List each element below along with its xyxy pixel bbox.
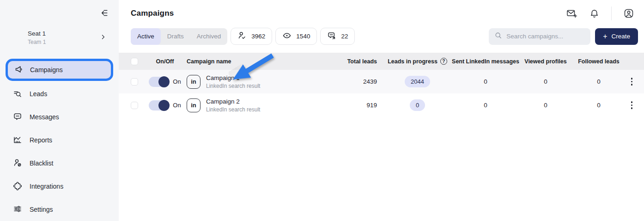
main-content: Campaigns Active Drafts Archived: [119, 0, 644, 221]
column-sent-messages: Sent LinkedIn messages: [458, 58, 513, 65]
create-button-label: Create: [611, 33, 630, 40]
leads-in-progress-badge: 2044: [405, 76, 430, 87]
total-leads-value: 919: [324, 102, 377, 109]
seat-selector[interactable]: Seat 1 Team 1: [0, 18, 119, 45]
campaign-name-cell[interactable]: Campaign 2 LinkedIn search result: [206, 98, 260, 113]
collapse-sidebar-icon[interactable]: [98, 8, 109, 18]
create-button[interactable]: + Create: [595, 28, 638, 45]
viewed-profiles-value: 0: [513, 102, 578, 109]
sliders-icon: [13, 204, 22, 215]
search-icon: [494, 31, 502, 41]
leads-search-icon: [13, 89, 22, 99]
app-window: Seat 1 Team 1 Campaigns Leads: [0, 0, 644, 221]
table-row: On in Campaign 2 LinkedIn search result …: [119, 93, 644, 117]
help-icon[interactable]: ?: [440, 58, 447, 65]
linkedin-icon: in: [187, 98, 200, 112]
sidebar-item-label: Settings: [30, 206, 53, 213]
user-blocked-icon: [13, 158, 22, 169]
row-checkbox[interactable]: [131, 102, 138, 109]
toggle-label: On: [173, 78, 181, 85]
campaign-name[interactable]: Campaign 2: [206, 98, 260, 105]
leads-in-progress-badge: 0: [410, 99, 425, 111]
sent-messages-value: 0: [458, 78, 513, 85]
column-on-off: On/Off: [146, 58, 183, 65]
user-check-icon: [237, 31, 247, 42]
total-leads-value: 2439: [324, 78, 377, 85]
stat-value: 22: [341, 33, 348, 40]
campaign-toggle[interactable]: On: [149, 77, 181, 87]
topbar: Campaigns: [119, 0, 644, 27]
sidebar-item-integrations[interactable]: Integrations: [0, 175, 119, 198]
stat-chip-sent[interactable]: 22: [320, 28, 355, 45]
row-menu-icon[interactable]: [629, 76, 635, 87]
viewed-profiles-value: 0: [513, 78, 578, 85]
stat-value: 1540: [296, 33, 310, 40]
sidebar-item-label: Integrations: [30, 183, 63, 190]
sidebar-item-settings[interactable]: Settings: [0, 198, 119, 221]
campaigns-table: On/Off Campaign name Total leads Leads i…: [119, 53, 644, 117]
message-sent-icon: [327, 31, 336, 42]
tab-active[interactable]: Active: [131, 28, 161, 45]
sidebar-nav: Campaigns Leads Messages Reports: [0, 58, 119, 221]
stat-chip-viewed[interactable]: 1540: [275, 28, 317, 45]
campaign-name-cell[interactable]: Campaign 1 LinkedIn search result: [206, 74, 260, 89]
seat-title: Seat 1: [28, 30, 46, 37]
campaign-type: LinkedIn search result: [206, 83, 260, 89]
table-row: On in Campaign 1 LinkedIn search result …: [119, 70, 644, 93]
page-title: Campaigns: [131, 9, 174, 18]
sent-messages-value: 0: [458, 102, 513, 109]
search-input[interactable]: [506, 33, 585, 40]
topbar-divider: [611, 6, 612, 20]
eye-icon: [282, 31, 292, 42]
megaphone-icon: [14, 65, 24, 75]
chevron-right-icon: [99, 33, 107, 43]
puzzle-icon: [13, 181, 22, 192]
campaign-name[interactable]: Campaign 1: [206, 74, 260, 81]
row-menu-icon[interactable]: [629, 99, 635, 111]
chat-bubble-icon: [13, 112, 22, 123]
sidebar-item-label: Reports: [30, 136, 52, 144]
sidebar-item-leads[interactable]: Leads: [0, 82, 119, 105]
chart-icon: [13, 135, 22, 146]
sidebar-item-label: Campaigns: [30, 66, 63, 74]
select-all-checkbox[interactable]: [131, 58, 138, 65]
sidebar: Seat 1 Team 1 Campaigns Leads: [0, 0, 119, 221]
sidebar-item-blacklist[interactable]: Blacklist: [0, 152, 119, 175]
linkedin-icon: in: [187, 75, 200, 89]
sidebar-item-label: Messages: [30, 113, 59, 121]
followed-leads-value: 0: [578, 78, 620, 85]
stat-chip-connected[interactable]: 3962: [231, 28, 272, 45]
bell-icon[interactable]: [589, 9, 599, 18]
row-checkbox[interactable]: [131, 78, 138, 86]
column-total-leads: Total leads: [324, 58, 377, 65]
toolbar: Active Drafts Archived 3962 1540: [119, 27, 644, 53]
column-leads-in-progress: Leads in progress: [388, 58, 437, 65]
seat-subtitle: Team 1: [28, 39, 46, 45]
tab-archived[interactable]: Archived: [190, 28, 228, 45]
column-followed-leads: Followed leads: [578, 58, 620, 65]
toggle-label: On: [173, 102, 181, 109]
mail-plus-icon[interactable]: [566, 8, 577, 18]
sidebar-item-reports[interactable]: Reports: [0, 129, 119, 152]
sidebar-item-messages[interactable]: Messages: [0, 105, 119, 129]
profile-avatar-icon[interactable]: [624, 8, 634, 18]
campaign-toggle[interactable]: On: [149, 100, 181, 110]
campaign-type: LinkedIn search result: [206, 106, 260, 113]
sidebar-item-label: Blacklist: [30, 160, 53, 167]
sidebar-item-campaigns[interactable]: Campaigns: [8, 61, 111, 79]
sidebar-item-label: Leads: [30, 90, 47, 98]
status-tabs: Active Drafts Archived: [131, 28, 227, 45]
search-box: [489, 28, 590, 45]
table-header-row: On/Off Campaign name Total leads Leads i…: [119, 53, 644, 70]
followed-leads-value: 0: [578, 102, 620, 109]
column-campaign-name: Campaign name: [183, 58, 324, 65]
tab-drafts[interactable]: Drafts: [161, 28, 190, 45]
column-viewed-profiles: Viewed profiles: [513, 58, 578, 65]
stat-value: 3962: [251, 33, 265, 40]
plus-icon: +: [603, 33, 607, 40]
